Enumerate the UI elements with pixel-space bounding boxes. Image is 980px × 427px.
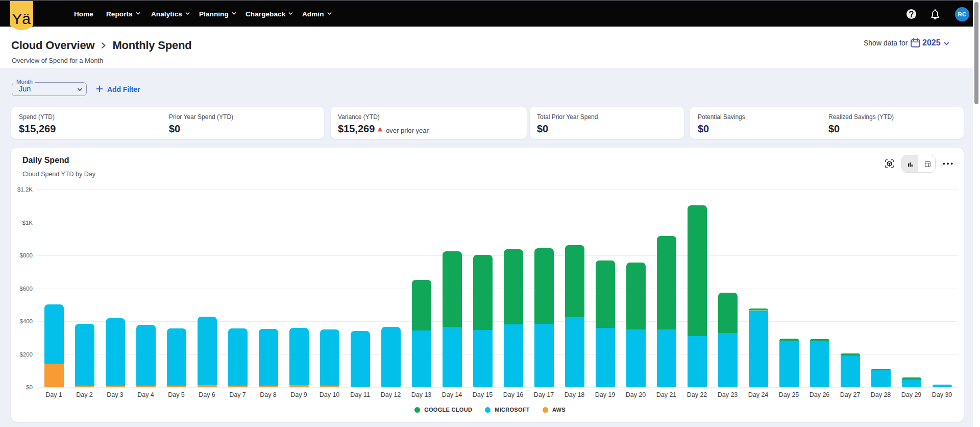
svg-text:Yä: Yä <box>12 10 31 27</box>
